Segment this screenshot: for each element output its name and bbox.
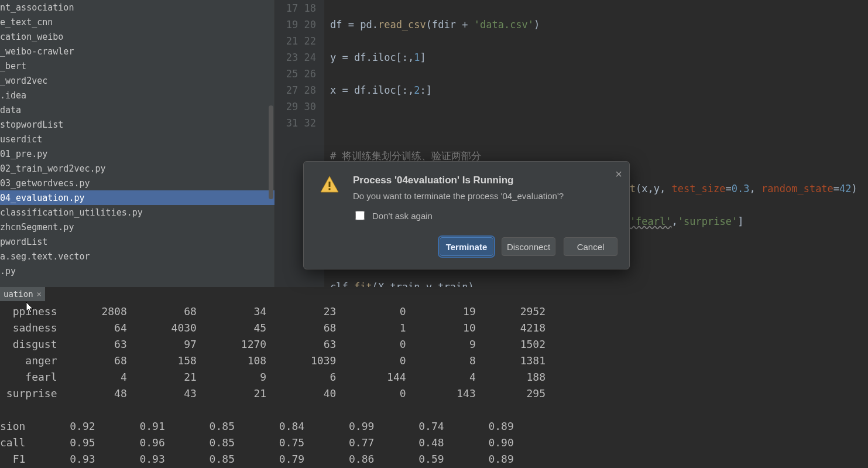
tree-item[interactable]: e_text_cnn — [0, 15, 275, 29]
ide-window: nt_associatione_text_cnncation_weibo_wei… — [0, 0, 868, 468]
tree-item[interactable]: 01_pre.py — [0, 146, 275, 161]
terminate-button[interactable]: Terminate — [440, 237, 493, 256]
close-icon[interactable]: × — [615, 168, 622, 181]
run-tab-bar: uation × — [0, 287, 868, 301]
cancel-button[interactable]: Cancel — [564, 237, 617, 256]
disconnect-button[interactable]: Disconnect — [502, 237, 555, 256]
dialog-title: Process '04evaluation' Is Running — [353, 175, 617, 186]
tree-item[interactable]: zhcnSegment.py — [0, 220, 275, 234]
tree-item[interactable]: stopwordList — [0, 117, 275, 132]
code-line[interactable] — [330, 115, 868, 131]
tree-item[interactable]: a.seg.text.vector — [0, 249, 275, 264]
tree-item[interactable]: 02_train_word2vec.py — [0, 161, 275, 176]
code-line[interactable]: y = df.iloc[:,1] — [330, 49, 868, 66]
tree-item[interactable]: cation_weibo — [0, 29, 275, 44]
tree-item[interactable]: .idea — [0, 88, 275, 103]
run-tab-label: uation — [4, 289, 33, 299]
run-tab[interactable]: uation × — [0, 287, 45, 301]
tree-item[interactable]: _bert — [0, 59, 275, 73]
run-tool-window[interactable]: uation × ppiness 2808 68 34 23 0 19 2952… — [0, 287, 868, 468]
run-output[interactable]: ppiness 2808 68 34 23 0 19 2952 sadness … — [0, 301, 868, 468]
tree-item[interactable]: _word2vec — [0, 73, 275, 88]
tree-item[interactable]: 03_getwordvecs.py — [0, 176, 275, 190]
dont-ask-again-checkbox[interactable]: Don't ask again — [353, 209, 617, 222]
project-tree[interactable]: nt_associatione_text_cnncation_weibo_wei… — [0, 0, 275, 287]
dialog-message: Do you want to terminate the process '04… — [353, 191, 617, 201]
code-line[interactable]: x = df.iloc[:,2:] — [330, 82, 868, 98]
dont-ask-again-input[interactable] — [355, 211, 365, 220]
tree-scrollbar[interactable] — [269, 0, 273, 287]
tree-item[interactable]: userdict — [0, 132, 275, 146]
tree-item[interactable]: classification_utilities.py — [0, 205, 275, 220]
close-icon[interactable]: × — [37, 289, 42, 299]
code-line[interactable]: df = pd.read_csv(fdir + 'data.csv') — [330, 16, 868, 33]
code-line[interactable]: clf.fit(X_train,y_train) — [330, 279, 868, 287]
tree-item[interactable]: data — [0, 103, 275, 117]
tree-item[interactable]: _weibo-crawler — [0, 44, 275, 59]
warning-icon — [319, 175, 340, 196]
tree-item[interactable]: 04_evaluation.py — [0, 190, 275, 205]
tree-item[interactable]: nt_association — [0, 0, 275, 15]
dont-ask-again-label: Don't ask again — [372, 211, 433, 221]
svg-rect-0 — [329, 182, 331, 187]
tree-scrollbar-thumb[interactable] — [269, 105, 273, 199]
terminate-process-dialog: × Process '04evaluation' Is Running Do y… — [303, 161, 630, 269]
svg-rect-1 — [329, 188, 331, 190]
tree-item[interactable]: .py — [0, 264, 275, 278]
tree-item[interactable]: pwordList — [0, 234, 275, 249]
